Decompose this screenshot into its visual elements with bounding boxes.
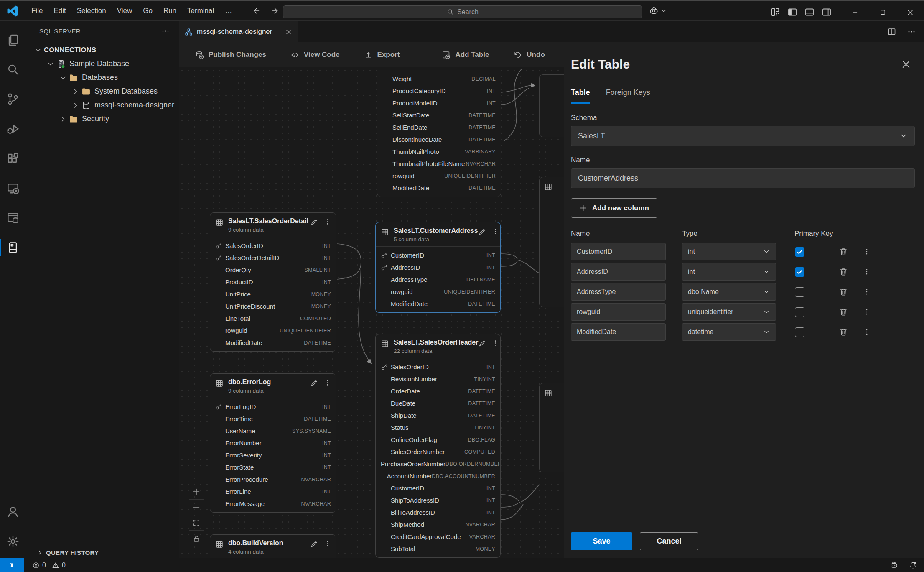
sidebar-item-database-explorer[interactable] [0,203,26,232]
column-menu-button[interactable] [863,308,871,316]
close-panel-icon[interactable] [901,59,911,70]
problems-indicator[interactable]: 0 0 [32,562,66,569]
tree-item-databases[interactable]: Databases [27,71,178,84]
menu-terminal[interactable]: Terminal [182,5,219,17]
minimize-button[interactable] [841,3,869,22]
tree-item-security[interactable]: Security [27,112,178,126]
copilot-button[interactable] [649,6,667,16]
canvas-lock-button[interactable] [189,531,204,546]
primary-key-checkbox[interactable] [795,287,804,297]
column-name-input[interactable] [571,243,666,260]
delete-column-button[interactable] [839,327,848,337]
sidebar-item-schema-designer[interactable] [0,232,26,262]
diagram-table-salesorderheader[interactable]: SalesLT.SalesOrderHeader22 column dataSa… [375,334,501,558]
table-menu-button[interactable] [324,540,331,550]
edit-table-button[interactable] [310,218,318,228]
edit-table-button[interactable] [478,228,486,237]
delete-column-button[interactable] [839,307,848,317]
primary-key-checkbox[interactable] [795,247,804,257]
customize-layout-icon[interactable] [770,7,780,17]
sidebar-item-remote-explorer[interactable] [0,173,26,203]
column-name-input[interactable] [571,323,666,341]
canvas-fit-view-button[interactable] [189,515,204,531]
primary-key-checkbox[interactable] [795,327,804,337]
column-type-select[interactable]: int [682,243,776,260]
table-menu-button[interactable] [492,228,499,237]
canvas-zoom-out-button[interactable] [189,500,204,515]
column-type-select[interactable]: dbo.Name [682,283,776,301]
more-actions-icon[interactable] [907,28,916,36]
column-menu-button[interactable] [863,288,871,296]
maximize-button[interactable] [869,3,896,22]
sidebar-item-search[interactable] [0,54,26,84]
tab-mssql-schema-designer[interactable]: mssql-schema-designer [179,21,298,42]
tree-item-connections[interactable]: CONNECTIONS [27,43,178,57]
tab-foreign-keys[interactable]: Foreign Keys [606,88,650,104]
toolbar-add-table-button[interactable]: Add Table [435,51,495,59]
sidebar-item-account[interactable] [0,497,26,526]
column-type-select[interactable]: uniqueidentifier [682,303,776,321]
menu-more[interactable]: … [219,5,237,17]
sidebar-item-source-control[interactable] [0,84,26,114]
menu-selection[interactable]: Selection [71,5,112,17]
column-name-input[interactable] [571,303,666,321]
column-menu-button[interactable] [863,328,871,336]
column-type-select[interactable]: datetime [682,323,776,341]
diagram-table-salesorderdetail[interactable]: SalesLT.SalesOrderDetail9 column dataSal… [210,212,336,352]
remote-indicator[interactable] [0,558,24,572]
forward-arrow-icon[interactable] [272,7,280,15]
save-button[interactable]: Save [571,532,632,550]
partial-table[interactable] [539,177,564,307]
column-name-input[interactable] [571,263,666,281]
close-tab-icon[interactable] [285,28,292,36]
column-name-input[interactable] [571,283,666,301]
canvas-zoom-in-button[interactable] [189,484,204,500]
menu-file[interactable]: File [26,5,48,17]
diagram-table-product[interactable]: WeightDECIMALProductCategoryIDINTProduct… [377,70,501,197]
sidebar-item-explorer[interactable] [0,25,26,54]
partial-table[interactable] [539,383,564,472]
toolbar-undo-button[interactable]: Undo [507,51,551,59]
toggle-secondary-sidebar-icon[interactable] [822,7,832,17]
column-menu-button[interactable] [863,248,871,255]
sidebar-item-run-debug[interactable] [0,114,26,143]
edit-table-button[interactable] [310,379,318,389]
toolbar-export-button[interactable]: Export [358,51,406,59]
delete-column-button[interactable] [839,267,848,276]
cancel-button[interactable]: Cancel [640,532,698,550]
delete-column-button[interactable] [839,287,848,296]
menu-go[interactable]: Go [137,5,158,17]
table-name-input[interactable] [571,168,915,188]
edit-table-button[interactable] [478,340,486,349]
primary-key-checkbox[interactable] [795,267,804,277]
menu-run[interactable]: Run [158,5,182,17]
notifications-bell-icon[interactable] [909,561,917,569]
delete-column-button[interactable] [839,247,848,256]
column-type-select[interactable]: int [682,263,776,281]
menu-edit[interactable]: Edit [48,5,71,17]
tree-item-mssql-schema-designer[interactable]: mssql-schema-designer [27,98,178,112]
diagram-table-buildversion[interactable]: dbo.BuildVersion4 column data [210,534,336,558]
menu-view[interactable]: View [112,5,138,17]
back-arrow-icon[interactable] [252,7,260,15]
add-new-column-button[interactable]: Add new column [571,198,657,218]
table-menu-button[interactable] [324,218,331,228]
toolbar-view-code-button[interactable]: View Code [284,51,346,59]
search-input[interactable]: Search [283,5,642,18]
query-history-section[interactable]: QUERY HISTORY [27,547,178,558]
column-menu-button[interactable] [863,268,871,276]
schema-select[interactable]: SalesLT [571,126,915,146]
primary-key-checkbox[interactable] [795,307,804,317]
sidebar-item-extensions[interactable] [0,143,26,173]
tree-item-sample-database[interactable]: Sample Database [27,57,178,71]
sidebar-item-settings-gear[interactable] [0,526,26,556]
edit-table-button[interactable] [310,540,318,550]
diagram-table-customeraddress[interactable]: SalesLT.CustomerAddress5 column dataCust… [375,222,501,313]
split-editor-icon[interactable] [887,27,896,36]
sidebar-more-actions-icon[interactable] [161,27,170,35]
close-window-button[interactable] [896,3,924,22]
toolbar-publish-changes-button[interactable]: Publish Changes [189,51,272,59]
tab-table[interactable]: Table [571,88,590,104]
partial-table[interactable] [539,74,564,137]
table-menu-button[interactable] [324,379,331,389]
